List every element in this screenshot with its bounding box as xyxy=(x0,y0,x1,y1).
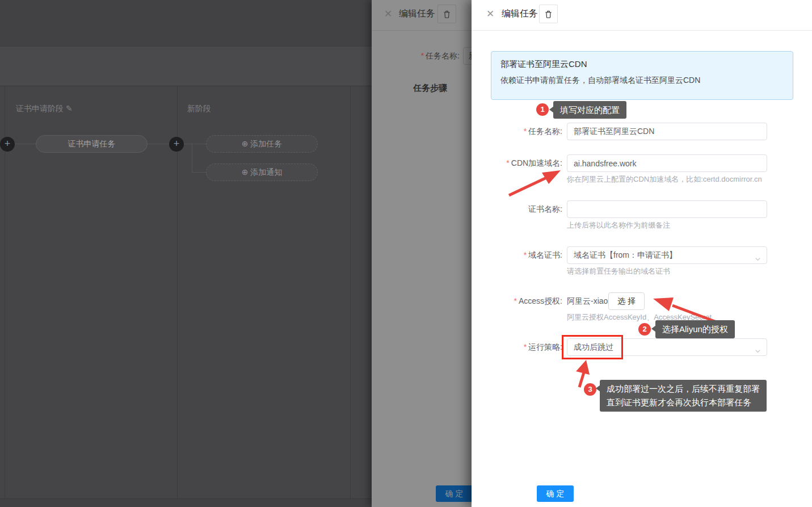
access-choose-button[interactable]: 选 择 xyxy=(608,292,645,310)
run-strategy-label-text: 运行策略: xyxy=(528,342,562,351)
required-asterisk: * xyxy=(524,342,527,351)
close-icon[interactable]: ✕ xyxy=(486,8,494,20)
domain-cert-label: *域名证书: xyxy=(472,246,562,264)
annotation-step3-badge: 3 xyxy=(584,383,596,396)
add-stage-plus-icon: + xyxy=(0,137,15,152)
drawer-title: 编辑任务 xyxy=(399,8,435,20)
cert-name-label-text: 证书名称: xyxy=(528,204,562,213)
connector-line xyxy=(192,144,206,144)
task-name-label-text: 任务名称: xyxy=(426,51,460,60)
trash-icon xyxy=(544,10,553,19)
task-node-cert-request: 证书申请任务 xyxy=(36,135,148,153)
cdn-domain-hint: 你在阿里云上配置的CDN加速域名，比如:certd.docmirror.cn xyxy=(567,174,762,185)
highlight-frame xyxy=(562,335,623,359)
task-name-label: *任务名称: xyxy=(472,123,562,140)
confirm-button[interactable]: 确 定 xyxy=(537,485,574,502)
add-notification-node: ⊕ 添加通知 xyxy=(206,164,318,181)
stage2-label-text: 新阶段 xyxy=(187,104,211,113)
connector-line xyxy=(192,172,206,173)
task-name-label-text: 任务名称: xyxy=(528,127,562,136)
domain-cert-select-value: 域名证书【from：申请证书】 xyxy=(574,250,677,259)
plugin-description: 依赖证书申请前置任务，自动部署域名证书至阿里云CDN xyxy=(500,76,700,86)
annotation-arrow-1 xyxy=(504,168,564,200)
stage1-label-text: 证书申请阶段 xyxy=(16,104,64,113)
confirm-button: 确 定 xyxy=(436,485,472,502)
access-label: *Access授权: xyxy=(472,292,562,310)
edit-task-drawer: ✕ 编辑任务 部署证书至阿里云CDN 依赖证书申请前置任务，自动部署域名证书至阿… xyxy=(472,0,812,507)
required-asterisk: * xyxy=(506,158,509,167)
screen: 证书申请阶段 ✎ 新阶段 + + 证书申请任务 ⊕ 添加任务 ⊕ 添加通知 ✕ … xyxy=(0,0,812,507)
add-stage-plus-icon: + xyxy=(169,137,184,152)
access-selected-value: 阿里云-xiao xyxy=(567,292,608,310)
chevron-down-icon xyxy=(754,252,761,269)
plugin-info-alert: 部署证书至阿里云CDN 依赖证书申请前置任务，自动部署域名证书至阿里云CDN xyxy=(491,51,793,100)
cert-name-input[interactable] xyxy=(567,200,767,218)
edit-stage-icon: ✎ xyxy=(66,104,73,113)
run-strategy-label: *运行策略: xyxy=(472,338,562,356)
cdn-domain-label-text: CDN加速域名: xyxy=(511,158,562,167)
required-asterisk: * xyxy=(524,127,527,136)
stage2-title: 新阶段 xyxy=(187,104,211,114)
edit-task-drawer-back: ✕ 编辑任务 *任务名称: 任务步骤 确 定 xyxy=(372,0,472,507)
domain-cert-label-text: 域名证书: xyxy=(528,250,562,259)
drawer-title: 编辑任务 xyxy=(502,8,538,20)
chevron-down-icon xyxy=(754,344,761,361)
header-divider xyxy=(372,30,472,31)
annotation-step1-badge: 1 xyxy=(536,103,549,116)
close-icon: ✕ xyxy=(384,8,392,20)
delete-task-button[interactable] xyxy=(539,5,558,23)
required-asterisk: * xyxy=(421,51,424,60)
access-label-text: Access授权: xyxy=(519,296,562,305)
annotation-step1-tooltip: 填写对应的配置 xyxy=(553,101,626,119)
annotation-step2-tooltip: 选择Aliyun的授权 xyxy=(655,320,735,338)
cert-name-label: 证书名称: xyxy=(472,200,562,218)
header-divider xyxy=(472,30,812,31)
required-asterisk: * xyxy=(524,250,527,259)
domain-cert-hint: 请选择前置任务输出的域名证书 xyxy=(567,266,670,276)
connector-line xyxy=(15,144,36,144)
annotation-step3-tooltip: 成功部署过一次之后，后续不再重复部署 直到证书更新才会再次执行本部署任务 xyxy=(600,380,767,412)
cert-name-hint: 上传后将以此名称作为前缀备注 xyxy=(567,220,670,231)
trash-icon xyxy=(443,10,451,19)
column-divider xyxy=(350,86,351,498)
connector-line xyxy=(148,144,169,144)
required-asterisk: * xyxy=(514,296,517,305)
stage1-title: 证书申请阶段 ✎ xyxy=(16,104,73,114)
add-task-node: ⊕ 添加任务 xyxy=(206,135,318,153)
cdn-domain-input[interactable] xyxy=(567,154,767,172)
task-name-label: *任务名称: xyxy=(372,47,460,65)
annotation-step2-badge: 2 xyxy=(638,323,651,336)
task-steps-heading: 任务步骤 xyxy=(413,83,447,94)
task-name-input xyxy=(463,47,472,65)
task-name-input[interactable] xyxy=(567,123,767,140)
plugin-title: 部署证书至阿里云CDN xyxy=(500,59,587,70)
connector-line xyxy=(192,144,192,173)
domain-cert-select[interactable]: 域名证书【from：申请证书】 xyxy=(567,246,767,264)
delete-task-button xyxy=(437,5,456,23)
connector-line xyxy=(184,144,192,144)
